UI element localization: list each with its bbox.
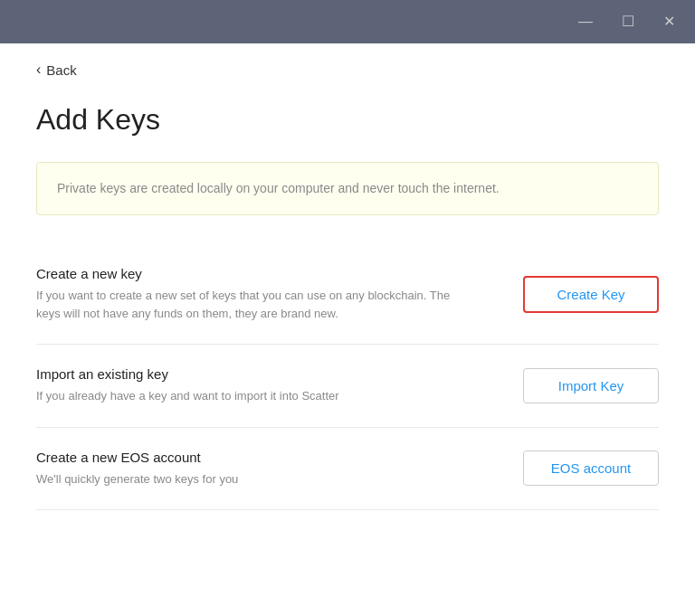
info-box-text: Private keys are created locally on your… [57, 181, 500, 195]
section-text-0: Create a new keyIf you want to create a … [36, 266, 487, 322]
page-title: Add Keys [36, 103, 659, 137]
section-text-1: Import an existing keyIf you already hav… [36, 366, 487, 405]
section-title-1: Import an existing key [36, 366, 487, 382]
action-button-1[interactable]: Import Key [523, 368, 659, 403]
sections-container: Create a new keyIf you want to create a … [36, 244, 659, 510]
minimize-button[interactable]: — [573, 11, 598, 33]
back-link[interactable]: ‹ Back [36, 62, 77, 78]
section-desc-0: If you want to create a new set of keys … [36, 287, 452, 322]
info-box: Private keys are created locally on your… [36, 162, 659, 215]
section-text-2: Create a new EOS accountWe'll quickly ge… [36, 450, 487, 488]
section-2: Create a new EOS accountWe'll quickly ge… [36, 428, 659, 511]
section-0: Create a new keyIf you want to create a … [36, 244, 659, 345]
action-button-2[interactable]: EOS account [523, 450, 659, 486]
titlebar: — ☐ ✕ [0, 0, 695, 43]
maximize-button[interactable]: ☐ [616, 11, 640, 33]
section-title-2: Create a new EOS account [36, 450, 487, 465]
section-desc-1: If you already have a key and want to im… [36, 387, 452, 405]
close-button[interactable]: ✕ [658, 11, 681, 33]
main-content: ‹ Back Add Keys Private keys are created… [0, 43, 695, 546]
section-desc-2: We'll quickly generate two keys for you [36, 470, 452, 488]
section-title-0: Create a new key [36, 266, 487, 281]
action-button-0[interactable]: Create Key [523, 276, 659, 313]
back-label: Back [46, 62, 76, 78]
back-arrow-icon: ‹ [36, 62, 41, 78]
section-1: Import an existing keyIf you already hav… [36, 345, 659, 428]
